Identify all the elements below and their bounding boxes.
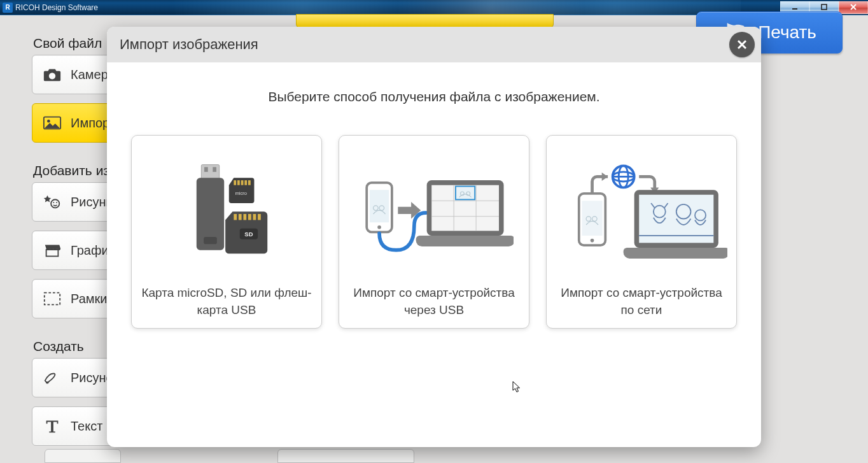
network-device-illustration bbox=[554, 148, 729, 280]
modal-body: Выберите способ получения файла с изобра… bbox=[107, 89, 761, 329]
shop-icon bbox=[43, 242, 62, 259]
bottom-stub-center bbox=[277, 449, 414, 463]
svg-rect-13 bbox=[204, 237, 217, 244]
svg-rect-20 bbox=[234, 214, 237, 220]
svg-rect-15 bbox=[237, 180, 240, 185]
card-caption: Импорт со смарт-устройства через USB bbox=[347, 285, 521, 319]
svg-rect-11 bbox=[213, 167, 216, 172]
titlebar-decoration bbox=[115, 0, 741, 15]
mouse-cursor bbox=[512, 381, 521, 394]
svg-rect-9 bbox=[201, 165, 219, 180]
svg-point-48 bbox=[591, 239, 594, 243]
svg-rect-18 bbox=[248, 180, 251, 185]
svg-point-30 bbox=[377, 225, 381, 229]
svg-point-6 bbox=[56, 202, 57, 203]
svg-rect-39 bbox=[456, 187, 475, 200]
svg-rect-10 bbox=[204, 167, 208, 172]
image-icon bbox=[43, 115, 62, 131]
window-close-button[interactable] bbox=[839, 1, 868, 14]
close-icon bbox=[736, 39, 748, 50]
svg-rect-14 bbox=[234, 180, 236, 185]
star-smile-icon bbox=[43, 194, 62, 210]
card-caption: Импорт со смарт-устройства по сети bbox=[554, 285, 729, 319]
modal-close-button[interactable] bbox=[729, 32, 755, 57]
svg-rect-25 bbox=[258, 214, 261, 220]
app-icon: R bbox=[3, 3, 13, 13]
svg-text:micro: micro bbox=[235, 190, 246, 196]
card-import-network-device[interactable]: Импорт со смарт-устройства по сети bbox=[546, 135, 737, 329]
svg-point-4 bbox=[51, 199, 59, 208]
svg-point-5 bbox=[53, 202, 54, 203]
svg-text:SD: SD bbox=[244, 231, 253, 238]
modal-instruction: Выберите способ получения файла с изобра… bbox=[120, 89, 748, 104]
bottom-stub-left bbox=[45, 449, 121, 463]
svg-rect-0 bbox=[792, 8, 797, 10]
top-tab-stub bbox=[296, 14, 554, 28]
storage-illustration: micro SD bbox=[139, 148, 314, 280]
svg-rect-24 bbox=[253, 214, 256, 220]
svg-rect-21 bbox=[239, 214, 242, 220]
window-title: RICOH Design Software bbox=[15, 3, 98, 12]
sidebar-button-label: Текст bbox=[71, 419, 102, 434]
modal-header: Импорт изображения bbox=[107, 27, 761, 62]
svg-rect-7 bbox=[46, 250, 59, 256]
svg-rect-16 bbox=[241, 180, 244, 185]
svg-rect-29 bbox=[370, 190, 389, 222]
card-caption: Карта microSD, SD или флеш-карта USB bbox=[139, 285, 314, 319]
card-import-storage[interactable]: micro SD Карта microSD, SD или флеш-карт… bbox=[131, 135, 322, 329]
print-button-label: Печать bbox=[758, 22, 816, 43]
brush-icon bbox=[43, 369, 62, 386]
modal-title: Импорт изображения bbox=[120, 36, 258, 53]
svg-rect-17 bbox=[244, 180, 247, 185]
text-icon bbox=[43, 418, 62, 434]
app-content: Печать Свой файл Камера Импорт Добавить … bbox=[0, 15, 868, 463]
import-image-modal: Импорт изображения Выберите способ получ… bbox=[107, 27, 761, 447]
usb-device-illustration bbox=[347, 148, 521, 280]
sidebar-button-label: Рамки bbox=[71, 292, 107, 306]
import-option-cards: micro SD Карта microSD, SD или флеш-карт… bbox=[120, 135, 748, 329]
svg-rect-22 bbox=[243, 214, 246, 220]
svg-point-3 bbox=[47, 120, 50, 123]
frame-icon bbox=[43, 290, 62, 307]
card-import-usb-device[interactable]: Импорт со смарт-устройства через USB bbox=[339, 135, 529, 329]
svg-rect-8 bbox=[45, 293, 60, 305]
svg-rect-1 bbox=[822, 4, 827, 10]
svg-rect-23 bbox=[248, 214, 251, 220]
camera-icon bbox=[43, 66, 62, 83]
